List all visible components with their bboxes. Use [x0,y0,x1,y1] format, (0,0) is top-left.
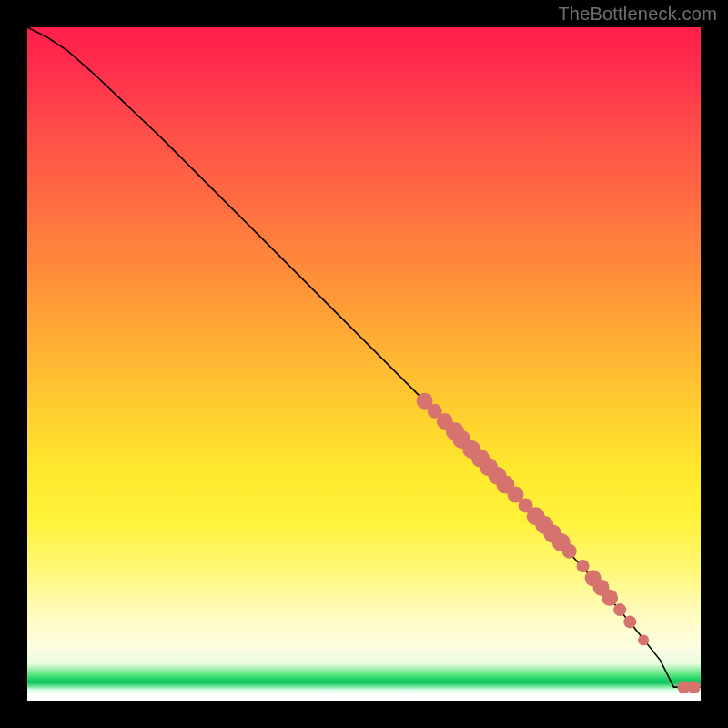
chart-overlay-svg [27,27,701,701]
scatter-cluster-group [417,393,701,694]
scatter-dot [577,560,590,572]
watermark-text: TheBottleneck.com [558,4,717,25]
scatter-dot [613,603,626,616]
scatter-dot [623,615,636,628]
chart-stage: TheBottleneck.com [0,0,728,728]
scatter-dot [602,590,618,606]
scatter-dot [638,634,649,645]
plot-area [27,27,701,701]
scatter-dot [688,681,701,693]
scatter-dot [562,544,577,559]
